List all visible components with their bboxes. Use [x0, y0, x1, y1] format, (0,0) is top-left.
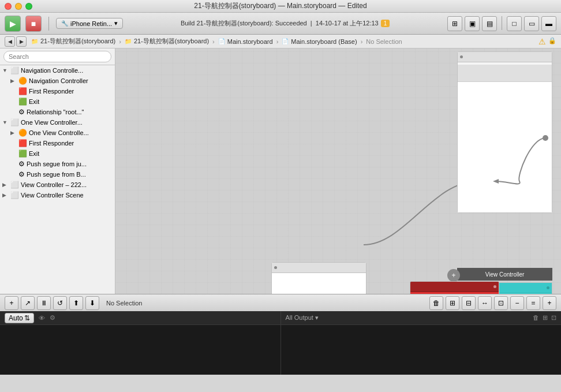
- bottom-toolbar: + ↗ ⏸ ↺ ⬆ ⬇ No Selection 🗑 ⊞ ⊟ ↔ ⊡ − = +: [0, 294, 561, 311]
- breadcrumb-bar: ◀ ▶ 📁 21-导航控制器(storyboard) › 📁 21-导航控制器(…: [0, 35, 561, 48]
- breadcrumb-back[interactable]: ◀: [5, 36, 15, 47]
- search-input[interactable]: [3, 51, 111, 62]
- minimize-button[interactable]: [15, 3, 22, 10]
- layout-button-3[interactable]: ▬: [541, 16, 556, 31]
- breadcrumb-right: ⚠ 🔒: [538, 37, 556, 46]
- bc-no-selection: No Selection: [366, 38, 402, 45]
- main-toolbar: ▶ ■ 🔧 iPhone Retin... ▾ Build 21-导航控制器(s…: [0, 13, 561, 35]
- storyboard-icon: 📄: [218, 38, 225, 44]
- sidebar-item-push-segue-2[interactable]: ⚙ Push segue from B...: [0, 169, 115, 180]
- breadcrumb-forward[interactable]: ▶: [16, 36, 27, 47]
- storyboard-canvas[interactable]: + Navigation Controller □: [115, 48, 561, 294]
- scene-icon-2: ⬜: [10, 118, 19, 126]
- add-object-button[interactable]: +: [5, 296, 18, 310]
- bc-item-2[interactable]: 21-导航控制器(storyboard): [134, 37, 209, 46]
- sidebar-item-exit-2[interactable]: 🟩 Exit: [0, 148, 115, 159]
- storyboard-base-icon: 📄: [282, 38, 289, 44]
- nav-large-titlebar: [458, 52, 552, 62]
- maximize-button[interactable]: [25, 3, 32, 10]
- align-h-button[interactable]: ↔: [478, 296, 492, 310]
- align-button[interactable]: ⬆: [69, 296, 83, 310]
- sidebar-item-nav-controller[interactable]: ▶ 🟠 Navigation Controller: [0, 76, 115, 86]
- window-controls: [5, 3, 32, 10]
- toolbar-sep2: [502, 16, 502, 30]
- sidebar-item-vc-222-scene[interactable]: ▶ ⬜ View Controller – 222...: [0, 180, 115, 190]
- auto-button[interactable]: Auto ⇅: [5, 313, 34, 323]
- output-label: All Output ▾: [286, 314, 319, 322]
- split-output-button[interactable]: ⊞: [543, 314, 548, 322]
- pause-button[interactable]: ⏸: [37, 296, 51, 310]
- loop-button[interactable]: ↺: [53, 296, 67, 310]
- zoom-reset-button[interactable]: =: [526, 296, 540, 310]
- nav-small-titlebar: [272, 263, 366, 273]
- sidebar-label-push2: Push segue from B...: [27, 171, 86, 178]
- segue-connector[interactable]: +: [447, 269, 460, 282]
- sidebar-item-push-segue-1[interactable]: ⚙ Push segue from ju...: [0, 159, 115, 169]
- grid-view-button[interactable]: ⊞: [447, 16, 462, 31]
- nav-bar-stripe: [458, 65, 552, 82]
- canvas-zoom-controls: 🗑 ⊞ ⊟ ↔ ⊡ − = +: [429, 296, 556, 310]
- settings-button[interactable]: ⚙: [50, 314, 55, 322]
- sidebar-search-container: [0, 48, 115, 65]
- output-panel-right: All Output ▾ 🗑 ⊞ ⊡: [281, 311, 562, 375]
- scene-icon: ⬜: [10, 66, 19, 74]
- chevron-down-icon: ▾: [315, 314, 319, 321]
- sidebar-label-fr2: First Responder: [29, 140, 74, 147]
- layout-button-2[interactable]: ▭: [524, 16, 539, 31]
- view-toggle-button[interactable]: ▤: [482, 16, 497, 31]
- stop-button[interactable]: ■: [25, 16, 42, 32]
- lock-icon: 🔒: [548, 37, 556, 46]
- trash-button[interactable]: 🗑: [429, 296, 443, 310]
- sidebar-label-first-responder-1: First Responder: [29, 88, 74, 95]
- nav-button[interactable]: ↗: [21, 296, 35, 310]
- sidebar-item-nav-controller-scene[interactable]: ▼ ⬜ Navigation Controlle...: [0, 65, 115, 76]
- sidebar-label-nav: Navigation Controller: [29, 77, 88, 84]
- sidebar-item-first-responder-1[interactable]: 🟥 First Responder: [0, 86, 115, 96]
- vc-label-bar: View Controller: [457, 268, 552, 281]
- layout-button-1[interactable]: □: [507, 16, 522, 31]
- main-content: ▼ ⬜ Navigation Controlle... ▶ 🟠 Navigati…: [0, 48, 561, 294]
- red-titlebar: [410, 282, 499, 292]
- chevron-icon: ▾: [114, 20, 118, 27]
- red-vc-box[interactable]: 第一个视图控制器 跳转: [410, 281, 499, 294]
- zoom-in-button[interactable]: +: [543, 296, 556, 310]
- project-icon: 📁: [31, 38, 38, 44]
- nav-controller-small-box[interactable]: [271, 262, 366, 294]
- sidebar-item-vc-scene[interactable]: ▶ ⬜ View Controller Scene: [0, 190, 115, 200]
- output-right-buttons: 🗑 ⊞ ⊡: [533, 314, 556, 322]
- sidebar: ▼ ⬜ Navigation Controlle... ▶ 🟠 Navigati…: [0, 48, 115, 294]
- bc-item-1[interactable]: 21-导航控制器(storyboard): [40, 37, 115, 46]
- size-button[interactable]: ⊟: [462, 296, 476, 310]
- sidebar-item-exit-1[interactable]: 🟩 Exit: [0, 96, 115, 107]
- bc-item-4[interactable]: Main.storyboard (Base): [291, 38, 357, 45]
- sidebar-item-one-vc-scene[interactable]: ▼ ⬜ One View Controller...: [0, 117, 115, 128]
- trash-output-button[interactable]: 🗑: [533, 314, 539, 322]
- sidebar-label-push1: Push segue from ju...: [27, 160, 87, 167]
- collapse-icon: ▼: [2, 68, 10, 73]
- folder-icon: 📁: [125, 38, 132, 44]
- close-button[interactable]: [5, 3, 12, 10]
- run-button[interactable]: ▶: [5, 16, 21, 32]
- expand-output-button[interactable]: ⊡: [551, 314, 556, 322]
- table-button[interactable]: ⊞: [446, 296, 459, 310]
- bc-item-3[interactable]: Main.storyboard: [227, 38, 273, 45]
- zoom-out-button[interactable]: −: [510, 296, 524, 310]
- toolbar-separator: [48, 17, 49, 31]
- sidebar-label-vc-scene: View Controller Scene: [21, 192, 84, 199]
- sidebar-label-exit-1: Exit: [29, 98, 39, 105]
- red-content: 第一个视图控制器 跳转: [410, 292, 499, 294]
- window-title: 21-导航控制器(storyboard) — Main.storyboard —…: [194, 1, 366, 11]
- collapse-icon-2: ▼: [2, 120, 10, 125]
- eye-button[interactable]: 👁: [39, 315, 45, 322]
- sidebar-item-one-vc[interactable]: ▶ 🟠 One View Controlle...: [0, 128, 115, 138]
- sidebar-item-relationship[interactable]: ⚙ Relationship "root...": [0, 107, 115, 117]
- scheme-selector[interactable]: 🔧 iPhone Retin... ▾: [56, 18, 123, 29]
- pin-button[interactable]: ⬇: [85, 296, 99, 310]
- align-v-button[interactable]: ⊡: [494, 296, 508, 310]
- sidebar-item-first-responder-2[interactable]: 🟥 First Responder: [0, 138, 115, 148]
- nav-controller-large-box[interactable]: [457, 51, 552, 213]
- warning-badge: 1: [381, 20, 390, 27]
- sidebar-item-label: Navigation Controlle...: [21, 67, 83, 74]
- panel-button[interactable]: ▣: [465, 16, 480, 31]
- output-toolbar-right: All Output ▾ 🗑 ⊞ ⊡: [281, 311, 562, 325]
